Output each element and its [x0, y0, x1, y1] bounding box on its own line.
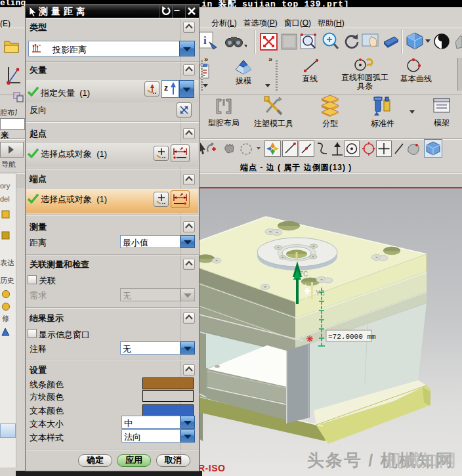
- svg-text:YC: YC: [316, 290, 325, 297]
- svg-text:=72.0000 mm: =72.0000 mm: [328, 333, 376, 341]
- svg-text:i: i: [203, 34, 207, 47]
